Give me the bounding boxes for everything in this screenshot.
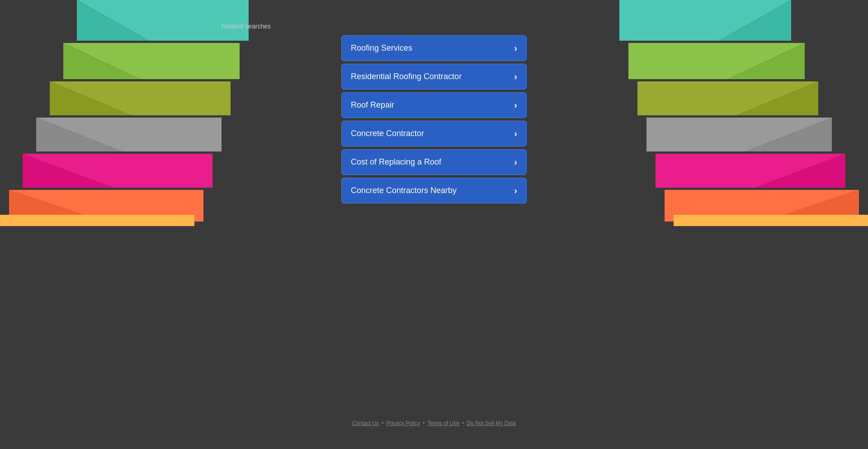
chevron-right-icon: › — [514, 128, 517, 139]
search-item-roof-repair[interactable]: Roof Repair› — [341, 92, 527, 118]
chevron-right-icon: › — [514, 71, 517, 82]
chevron-right-icon: › — [514, 157, 517, 167]
search-item-text-concrete-contractors-nearby: Concrete Contractors Nearby — [351, 186, 457, 195]
footer-link-contact-us[interactable]: Contact Us — [352, 420, 379, 426]
chevron-right-icon: › — [514, 43, 517, 53]
search-item-concrete-contractor[interactable]: Concrete Contractor› — [341, 121, 527, 147]
footer-separator: • — [423, 420, 425, 426]
svg-marker-12 — [0, 215, 194, 226]
search-item-text-cost-of-replacing-a-roof: Cost of Replacing a Roof — [351, 157, 441, 167]
search-item-concrete-contractors-nearby[interactable]: Concrete Contractors Nearby› — [341, 178, 527, 203]
search-item-text-residential-roofing-contractor: Residential Roofing Contractor — [351, 72, 462, 81]
search-item-text-roof-repair: Roof Repair — [351, 100, 394, 110]
footer-separator: • — [382, 420, 383, 426]
svg-marker-25 — [674, 215, 868, 226]
footer-link-terms-of-use[interactable]: Terms of Use — [427, 420, 459, 426]
search-items-container: Roofing Services›Residential Roofing Con… — [341, 35, 527, 203]
search-item-cost-of-replacing-a-roof[interactable]: Cost of Replacing a Roof› — [341, 149, 527, 175]
footer-separator: • — [462, 420, 464, 426]
footer-link-do-not-sell-my-data[interactable]: Do Not Sell My Data — [467, 420, 516, 426]
chevron-right-icon: › — [514, 185, 517, 196]
search-item-text-roofing-services: Roofing Services — [351, 43, 412, 53]
chevron-right-icon: › — [514, 100, 517, 110]
footer: Contact Us • Privacy Policy • Terms of U… — [352, 420, 516, 426]
search-item-residential-roofing-contractor[interactable]: Residential Roofing Contractor› — [341, 64, 527, 90]
main-content: Related searches Roofing Services›Reside… — [217, 0, 651, 203]
footer-link-privacy-policy[interactable]: Privacy Policy — [387, 420, 420, 426]
related-searches-label: Related searches — [222, 23, 271, 30]
search-item-roofing-services[interactable]: Roofing Services› — [341, 35, 527, 61]
decorative-shapes-left — [0, 0, 249, 226]
search-item-text-concrete-contractor: Concrete Contractor — [351, 129, 424, 138]
decorative-shapes-right — [619, 0, 868, 226]
